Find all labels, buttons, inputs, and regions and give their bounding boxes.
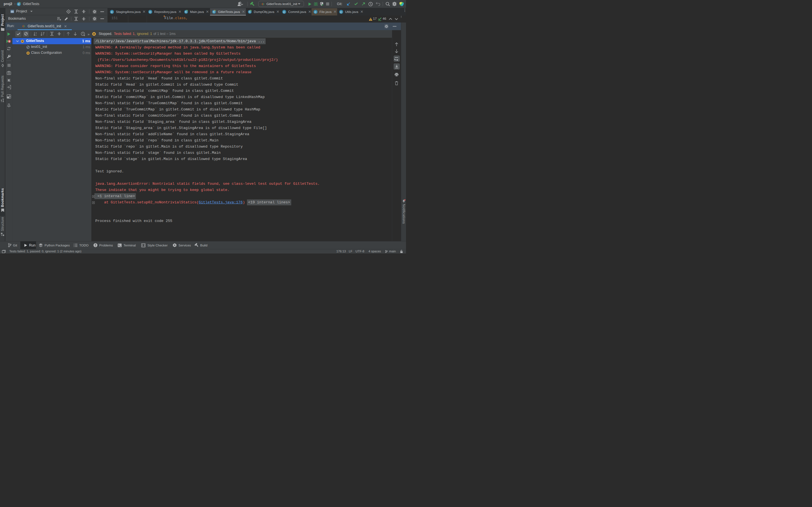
svg-text:C: C: [149, 10, 151, 13]
svg-text:C: C: [315, 10, 317, 13]
svg-text:C: C: [111, 10, 113, 13]
svg-text:z: z: [36, 34, 37, 36]
svg-text:C: C: [283, 10, 285, 13]
svg-text:C: C: [340, 10, 342, 13]
svg-text:9: 9: [9, 40, 10, 43]
